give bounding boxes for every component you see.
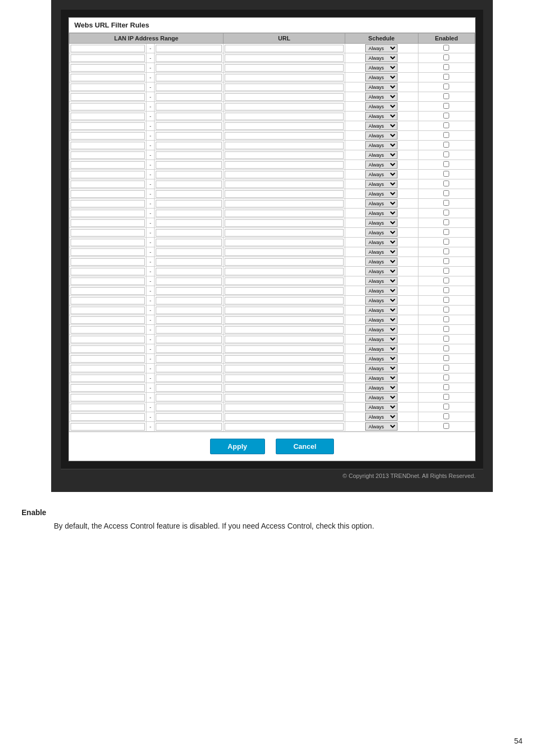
enabled-checkbox[interactable] bbox=[443, 374, 449, 380]
ip-start-input[interactable] bbox=[71, 45, 145, 52]
ip-end-input[interactable] bbox=[156, 394, 222, 401]
ip-end-input[interactable] bbox=[156, 142, 222, 149]
enabled-checkbox[interactable] bbox=[443, 355, 449, 361]
enabled-checkbox[interactable] bbox=[443, 316, 449, 322]
ip-start-input[interactable] bbox=[71, 219, 145, 227]
ip-end-input[interactable] bbox=[156, 84, 222, 91]
ip-end-input[interactable] bbox=[156, 268, 222, 275]
ip-end-input[interactable] bbox=[156, 190, 222, 198]
ip-end-input[interactable] bbox=[156, 45, 222, 52]
enabled-checkbox[interactable] bbox=[443, 200, 449, 206]
url-input[interactable] bbox=[225, 345, 344, 353]
ip-end-input[interactable] bbox=[156, 297, 222, 304]
ip-start-input[interactable] bbox=[71, 287, 145, 295]
ip-end-input[interactable] bbox=[156, 307, 222, 314]
url-input[interactable] bbox=[225, 336, 344, 343]
enabled-checkbox[interactable] bbox=[443, 336, 449, 342]
schedule-select[interactable]: Always bbox=[365, 296, 397, 304]
ip-start-input[interactable] bbox=[71, 113, 145, 120]
ip-start-input[interactable] bbox=[71, 239, 145, 246]
ip-end-input[interactable] bbox=[156, 365, 222, 372]
url-input[interactable] bbox=[225, 384, 344, 392]
ip-end-input[interactable] bbox=[156, 74, 222, 81]
enabled-checkbox[interactable] bbox=[443, 84, 449, 89]
url-input[interactable] bbox=[225, 326, 344, 334]
schedule-select[interactable]: Always bbox=[365, 83, 397, 91]
enabled-checkbox[interactable] bbox=[443, 268, 449, 274]
enabled-checkbox[interactable] bbox=[443, 219, 449, 225]
schedule-select[interactable]: Always bbox=[365, 170, 397, 178]
url-input[interactable] bbox=[225, 151, 344, 159]
ip-end-input[interactable] bbox=[156, 258, 222, 266]
ip-start-input[interactable] bbox=[71, 74, 145, 81]
ip-start-input[interactable] bbox=[71, 132, 145, 140]
ip-start-input[interactable] bbox=[71, 64, 145, 72]
url-input[interactable] bbox=[225, 93, 344, 101]
url-input[interactable] bbox=[225, 181, 344, 188]
ip-end-input[interactable] bbox=[156, 210, 222, 217]
schedule-select[interactable]: Always bbox=[365, 190, 397, 198]
schedule-select[interactable]: Always bbox=[365, 325, 397, 334]
ip-start-input[interactable] bbox=[71, 307, 145, 314]
enabled-checkbox[interactable] bbox=[443, 384, 449, 390]
ip-start-input[interactable] bbox=[71, 93, 145, 101]
url-input[interactable] bbox=[225, 103, 344, 110]
ip-end-input[interactable] bbox=[156, 336, 222, 343]
url-input[interactable] bbox=[225, 54, 344, 62]
ip-start-input[interactable] bbox=[71, 258, 145, 266]
ip-end-input[interactable] bbox=[156, 239, 222, 246]
ip-start-input[interactable] bbox=[71, 355, 145, 363]
schedule-select[interactable]: Always bbox=[365, 219, 397, 227]
url-input[interactable] bbox=[225, 268, 344, 275]
ip-end-input[interactable] bbox=[156, 132, 222, 140]
ip-end-input[interactable] bbox=[156, 103, 222, 110]
url-input[interactable] bbox=[225, 394, 344, 401]
ip-end-input[interactable] bbox=[156, 374, 222, 382]
url-input[interactable] bbox=[225, 45, 344, 52]
url-input[interactable] bbox=[225, 404, 344, 411]
enabled-checkbox[interactable] bbox=[443, 404, 449, 410]
enabled-checkbox[interactable] bbox=[443, 365, 449, 371]
ip-end-input[interactable] bbox=[156, 423, 222, 431]
schedule-select[interactable]: Always bbox=[365, 316, 397, 324]
enabled-checkbox[interactable] bbox=[443, 190, 449, 196]
url-input[interactable] bbox=[225, 248, 344, 256]
enabled-checkbox[interactable] bbox=[443, 278, 449, 283]
cancel-button[interactable]: Cancel bbox=[276, 439, 334, 454]
enabled-checkbox[interactable] bbox=[443, 248, 449, 254]
enabled-checkbox[interactable] bbox=[443, 122, 449, 128]
ip-start-input[interactable] bbox=[71, 200, 145, 207]
schedule-select[interactable]: Always bbox=[365, 403, 397, 411]
ip-end-input[interactable] bbox=[156, 413, 222, 421]
ip-end-input[interactable] bbox=[156, 113, 222, 120]
schedule-select[interactable]: Always bbox=[365, 64, 397, 72]
ip-start-input[interactable] bbox=[71, 394, 145, 401]
ip-end-input[interactable] bbox=[156, 326, 222, 334]
schedule-select[interactable]: Always bbox=[365, 54, 397, 62]
apply-button[interactable]: Apply bbox=[210, 439, 265, 454]
url-input[interactable] bbox=[225, 122, 344, 130]
ip-start-input[interactable] bbox=[71, 122, 145, 130]
ip-start-input[interactable] bbox=[71, 190, 145, 198]
schedule-select[interactable]: Always bbox=[365, 93, 397, 101]
ip-start-input[interactable] bbox=[71, 229, 145, 237]
enabled-checkbox[interactable] bbox=[443, 64, 449, 70]
schedule-select[interactable]: Always bbox=[365, 180, 397, 188]
ip-end-input[interactable] bbox=[156, 93, 222, 101]
schedule-select[interactable]: Always bbox=[365, 44, 397, 52]
enabled-checkbox[interactable] bbox=[443, 210, 449, 216]
schedule-select[interactable]: Always bbox=[365, 267, 397, 275]
url-input[interactable] bbox=[225, 355, 344, 363]
schedule-select[interactable]: Always bbox=[365, 374, 397, 382]
enabled-checkbox[interactable] bbox=[443, 45, 449, 51]
schedule-select[interactable]: Always bbox=[365, 335, 397, 343]
schedule-select[interactable]: Always bbox=[365, 355, 397, 363]
url-input[interactable] bbox=[225, 229, 344, 237]
enabled-checkbox[interactable] bbox=[443, 132, 449, 138]
ip-start-input[interactable] bbox=[71, 413, 145, 421]
schedule-select[interactable]: Always bbox=[365, 393, 397, 401]
url-input[interactable] bbox=[225, 287, 344, 295]
schedule-select[interactable]: Always bbox=[365, 364, 397, 372]
url-input[interactable] bbox=[225, 200, 344, 207]
ip-end-input[interactable] bbox=[156, 151, 222, 159]
